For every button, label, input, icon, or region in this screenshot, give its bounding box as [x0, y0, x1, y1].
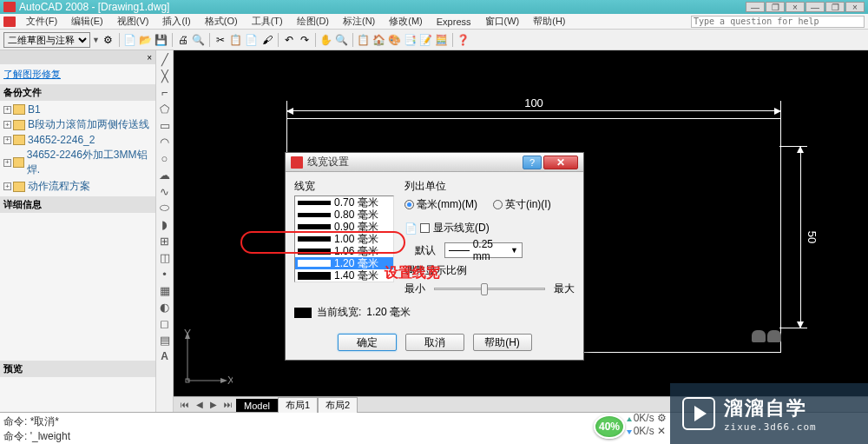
construction-line-icon[interactable]: ╳	[158, 69, 172, 83]
tree-item[interactable]: +34652-2246外加工3MM铝焊.	[2, 147, 154, 178]
paste-icon[interactable]: 📄	[245, 33, 259, 47]
restore-button[interactable]: ❐	[766, 2, 785, 12]
ellipse-arc-icon[interactable]: ◗	[158, 217, 172, 231]
tray-icon[interactable]	[752, 330, 766, 342]
make-block-icon[interactable]: ◫	[158, 250, 172, 264]
doc-restore-button[interactable]: ❐	[825, 2, 845, 12]
zoom-icon[interactable]: 🔍	[335, 33, 349, 47]
tray-icon[interactable]	[767, 330, 781, 342]
ok-button[interactable]: 确定	[338, 334, 397, 351]
menu-view[interactable]: 视图(V)	[110, 15, 156, 28]
palette-header[interactable]: ×	[0, 50, 155, 64]
circle-icon[interactable]: ○	[158, 151, 172, 165]
menu-tools[interactable]: 工具(T)	[245, 15, 290, 28]
match-icon[interactable]: 🖌	[260, 33, 274, 47]
menu-file[interactable]: 文件(F)	[19, 15, 64, 28]
design-center-icon[interactable]: 🏠	[372, 33, 386, 47]
preview-icon[interactable]: 🔍	[192, 33, 206, 47]
workspace-select[interactable]: 二维草图与注释	[3, 32, 90, 48]
doc-minimize-button[interactable]: —	[806, 2, 825, 12]
menu-dimension[interactable]: 标注(N)	[336, 15, 382, 28]
text-icon[interactable]: A	[158, 349, 172, 363]
menu-express[interactable]: Express	[430, 17, 478, 27]
tool-palette-icon[interactable]: 🎨	[388, 33, 402, 47]
print-icon[interactable]: 🖨	[176, 33, 190, 47]
minimize-button[interactable]: —	[746, 2, 765, 12]
lineweight-option[interactable]: 1.40 毫米	[295, 269, 393, 282]
app-title: AutoCAD 2008 - [Drawing1.dwg]	[19, 1, 169, 13]
hatch-icon[interactable]: ▦	[158, 283, 172, 297]
sheet-set-icon[interactable]: 📑	[404, 33, 418, 47]
calc-icon[interactable]: 🧮	[435, 33, 449, 47]
table-icon[interactable]: ▤	[158, 333, 172, 347]
point-icon[interactable]: •	[158, 267, 172, 281]
display-lw-checkbox[interactable]	[420, 223, 430, 233]
polyline-icon[interactable]: ⌐	[158, 85, 172, 99]
tab-layout1[interactable]: 布局1	[278, 397, 318, 413]
menu-window[interactable]: 窗口(W)	[478, 15, 527, 28]
help-button[interactable]: 帮助(H)	[473, 334, 532, 351]
display-scale-slider[interactable]	[434, 288, 545, 290]
palette-close-btn[interactable]: ×	[147, 53, 152, 63]
doc-close-button[interactable]: ×	[845, 2, 865, 12]
tab-model[interactable]: Model	[236, 399, 278, 412]
polygon-icon[interactable]: ⬠	[158, 102, 172, 116]
learn-recovery-link[interactable]: 了解图形修复	[3, 68, 152, 81]
menu-help[interactable]: 帮助(H)	[526, 15, 572, 28]
pan-icon[interactable]: ✋	[319, 33, 333, 47]
expand-icon[interactable]: +	[3, 136, 11, 144]
gradient-icon[interactable]: ◐	[158, 300, 172, 314]
unit-inch-radio[interactable]: 英寸(in)(I)	[493, 197, 551, 212]
expand-icon[interactable]: +	[3, 121, 11, 129]
save-icon[interactable]: 💾	[155, 33, 168, 47]
open-icon[interactable]: 📂	[139, 33, 153, 47]
expand-icon[interactable]: +	[3, 159, 11, 167]
cut-icon[interactable]: ✂	[214, 33, 227, 47]
arc-icon[interactable]: ◠	[158, 135, 172, 149]
tree-item[interactable]: +动作流程方案	[2, 178, 154, 195]
workspace-dd-icon[interactable]: ▼	[92, 36, 100, 44]
revision-cloud-icon[interactable]: ☁	[158, 168, 172, 182]
redo-icon[interactable]: ↷	[298, 33, 312, 47]
undo-icon[interactable]: ↶	[282, 33, 296, 47]
cancel-button[interactable]: 取消	[405, 334, 464, 351]
tree-item[interactable]: +B1	[2, 103, 154, 116]
close-button[interactable]: ×	[786, 2, 805, 12]
dialog-title-bar[interactable]: 线宽设置 ? ✕	[286, 153, 583, 172]
unit-mm-radio[interactable]: 毫米(mm)(M)	[404, 197, 477, 212]
new-icon[interactable]: 📄	[123, 33, 137, 47]
tree-item[interactable]: +34652-2246_2	[2, 133, 154, 147]
insert-block-icon[interactable]: ⊞	[158, 234, 172, 248]
line-icon[interactable]: ╱	[158, 52, 172, 66]
menu-draw[interactable]: 绘图(D)	[290, 15, 336, 28]
watermark: 溜溜自学 zixue.3d66.com	[670, 383, 868, 444]
lineweight-list[interactable]: 0.70 毫米0.80 毫米0.90 毫米1.00 毫米1.06 毫米1.20 …	[294, 195, 394, 282]
dialog-close-button[interactable]: ✕	[543, 156, 578, 169]
tab-last-icon[interactable]: ⏭	[220, 400, 236, 409]
tab-next-icon[interactable]: ▶	[207, 400, 220, 409]
default-lineweight-select[interactable]: 0.25 mm ▼	[444, 242, 523, 258]
help-icon[interactable]: ❓	[457, 33, 470, 47]
tab-first-icon[interactable]: ⏮	[177, 400, 193, 409]
dialog-help-button[interactable]: ?	[523, 156, 542, 169]
region-icon[interactable]: ◻	[158, 316, 172, 330]
slider-thumb[interactable]	[481, 283, 488, 295]
tab-layout2[interactable]: 布局2	[318, 397, 358, 413]
tree-item[interactable]: +B段动力滚筒加两侧传送线	[2, 116, 154, 133]
help-search-input[interactable]	[691, 16, 865, 28]
menu-format[interactable]: 格式(O)	[198, 15, 245, 28]
copy-icon[interactable]: 📋	[229, 33, 243, 47]
ellipse-icon[interactable]: ⬭	[158, 201, 172, 215]
expand-icon[interactable]: +	[3, 182, 11, 190]
menu-insert[interactable]: 插入(I)	[155, 15, 197, 28]
markup-icon[interactable]: 📝	[419, 33, 433, 47]
rectangle-icon[interactable]: ▭	[158, 118, 172, 132]
expand-icon[interactable]: +	[3, 106, 11, 114]
properties-icon[interactable]: 📋	[357, 33, 371, 47]
speed-badge[interactable]: 40%	[594, 414, 625, 439]
tab-prev-icon[interactable]: ◀	[193, 400, 207, 409]
spline-icon[interactable]: ∿	[158, 184, 172, 198]
menu-edit[interactable]: 编辑(E)	[64, 15, 110, 28]
settings-gear-icon[interactable]: ⚙	[102, 33, 115, 47]
menu-modify[interactable]: 修改(M)	[382, 15, 430, 28]
